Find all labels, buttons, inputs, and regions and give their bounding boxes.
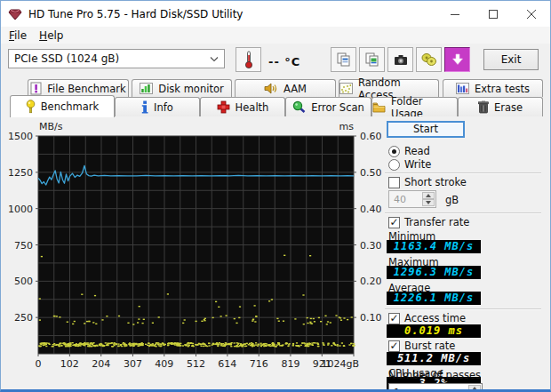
write-radio-row[interactable]: Write <box>388 158 431 171</box>
copy-image-button[interactable] <box>359 47 385 72</box>
svg-text:1024gB: 1024gB <box>321 358 359 370</box>
svg-text:1000: 1000 <box>8 204 33 215</box>
start-button[interactable]: Start <box>387 121 465 138</box>
minimize-button[interactable] <box>435 1 474 27</box>
burst-rate-value-display: 511.2 MB/s <box>387 352 481 365</box>
extra-tests-icon <box>456 83 469 94</box>
add-to-results-button[interactable] <box>444 47 470 72</box>
file-benchmark-icon <box>30 82 42 95</box>
menu-help[interactable]: Help <box>33 28 69 43</box>
access-time-label: Access time <box>404 312 466 324</box>
window-title: HD Tune Pro 5.75 - Hard Disk/SSD Utility <box>28 8 243 20</box>
svg-text:102: 102 <box>60 358 79 370</box>
minimize-icon <box>451 10 459 19</box>
maximize-icon <box>489 10 498 19</box>
tab-label: File Benchmark <box>47 83 125 95</box>
tab-file-benchmark[interactable]: File Benchmark <box>28 79 129 97</box>
chevron-down-icon <box>210 52 219 65</box>
access-time-row[interactable]: ✓ Access time <box>388 312 466 324</box>
read-radio-row[interactable]: Read <box>388 145 430 157</box>
tab-health[interactable]: Health <box>200 97 285 116</box>
menu-bar: File Help <box>1 27 550 44</box>
folder-icon <box>372 101 386 113</box>
app-window: HD Tune Pro 5.75 - Hard Disk/SSD Utility… <box>0 0 551 392</box>
copy-pages-icon <box>337 52 351 67</box>
tab-label: Benchmark <box>41 100 100 113</box>
write-radio[interactable] <box>388 159 400 171</box>
toolbar: PCIe SSD (1024 gB) -- °C Exit <box>1 44 550 77</box>
tab-info[interactable]: Info <box>115 97 200 116</box>
svg-text:0.50: 0.50 <box>360 167 381 179</box>
app-icon <box>8 7 22 21</box>
tab-error-scan[interactable]: Error Scan <box>285 97 371 116</box>
svg-text:500: 500 <box>14 276 33 287</box>
tab-extra-tests[interactable]: Extra tests <box>443 79 543 97</box>
spin-up-icon <box>472 387 477 390</box>
benchmark-chart: MB/sms1500125010007505002500.600.500.400… <box>1 116 381 383</box>
temperature-display: -- °C <box>268 55 300 68</box>
tab-folder-usage[interactable]: Folder Usage <box>371 97 458 116</box>
thermometer-icon <box>244 50 254 69</box>
tab-label: Health <box>236 101 269 114</box>
read-radio-label: Read <box>404 145 430 157</box>
svg-text:0.20: 0.20 <box>360 276 381 287</box>
tab-label: Extra tests <box>475 83 530 95</box>
svg-text:409: 409 <box>155 358 173 370</box>
passes-value: 1 <box>394 387 400 392</box>
short-stroke-checkbox[interactable] <box>388 177 400 188</box>
camera-icon <box>394 53 408 67</box>
tab-erase[interactable]: Erase <box>458 97 543 116</box>
read-radio[interactable] <box>388 146 400 157</box>
access-time-checkbox[interactable]: ✓ <box>388 313 400 324</box>
short-stroke-size-spinner[interactable]: 40 <box>388 190 436 208</box>
svg-text:MB/s: MB/s <box>39 121 63 132</box>
svg-text:614: 614 <box>218 358 236 370</box>
drive-selector[interactable]: PCIe SSD (1024 gB) <box>8 49 225 68</box>
tab-disk-monitor[interactable]: Disk monitor <box>132 79 232 97</box>
transfer-rate-row[interactable]: ✓ Transfer rate <box>388 216 469 228</box>
trash-icon <box>478 100 489 114</box>
tab-aam[interactable]: AAM <box>235 79 336 97</box>
spin-down-icon <box>426 201 431 204</box>
burst-rate-row[interactable]: ✓ Burst rate <box>388 340 455 352</box>
burst-rate-checkbox[interactable]: ✓ <box>388 340 400 352</box>
close-button[interactable] <box>512 1 550 27</box>
passes-spinner[interactable]: 1 <box>388 383 483 392</box>
benchmark-icon <box>26 100 36 114</box>
short-stroke-size-value: 40 <box>394 194 406 205</box>
svg-text:750: 750 <box>14 240 33 252</box>
svg-text:0.60: 0.60 <box>360 131 381 142</box>
spinner-arrows[interactable] <box>468 385 481 392</box>
transfer-rate-checkbox[interactable]: ✓ <box>388 217 400 228</box>
separator <box>385 172 541 174</box>
menu-file[interactable]: File <box>3 28 33 43</box>
temperature-button[interactable] <box>236 47 261 72</box>
average-value-display: 1226.1 MB/s <box>387 292 481 305</box>
minimum-value-display: 1163.4 MB/s <box>387 240 481 253</box>
disk-monitor-icon <box>140 83 153 94</box>
spin-up-icon <box>426 194 431 197</box>
svg-text:0.30: 0.30 <box>360 240 381 252</box>
magnifier-icon <box>292 100 306 114</box>
svg-text:ms: ms <box>339 121 355 132</box>
window-controls <box>435 1 550 27</box>
svg-text:250: 250 <box>14 312 33 324</box>
random-access-icon <box>339 83 353 94</box>
copy-text-button[interactable] <box>331 47 356 72</box>
maximize-button[interactable] <box>474 1 512 27</box>
screenshot-button[interactable] <box>387 47 413 72</box>
close-icon <box>527 10 536 19</box>
tab-benchmark[interactable]: Benchmark <box>10 95 115 117</box>
tab-label: AAM <box>283 83 307 95</box>
disks-icon <box>421 52 437 67</box>
title-bar: HD Tune Pro 5.75 - Hard Disk/SSD Utility <box>1 1 550 27</box>
tab-label: Error Scan <box>311 101 364 114</box>
save-results-button[interactable] <box>416 47 442 72</box>
svg-text:1250: 1250 <box>8 167 33 179</box>
benchmark-panel: Start Read Write Short stroke 40 gB ✓ Tr… <box>381 116 547 392</box>
short-stroke-row[interactable]: Short stroke <box>388 176 467 188</box>
speaker-icon <box>264 83 278 94</box>
spinner-arrows[interactable] <box>422 192 435 206</box>
exit-button[interactable]: Exit <box>483 49 539 70</box>
svg-text:307: 307 <box>124 358 142 370</box>
